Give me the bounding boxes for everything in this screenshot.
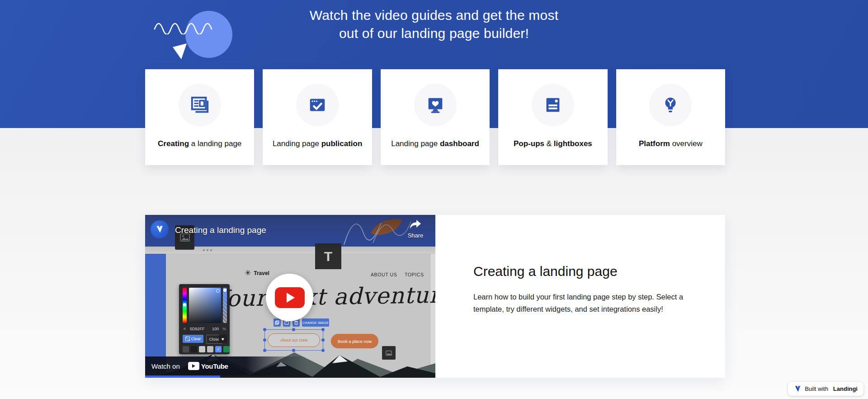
alpha-slider — [223, 288, 227, 323]
swatch — [199, 346, 205, 352]
newspaper-icon — [189, 95, 210, 115]
thumbnail-headline: Your next adventure — [213, 281, 435, 312]
video-section: T ✳ Travel ABOUT US TOPICS Your next adv… — [145, 215, 725, 378]
image-icon — [386, 351, 392, 356]
card-popups-lightboxes[interactable]: Pop-ups & lightboxes — [498, 69, 607, 165]
browser-check-icon — [307, 95, 328, 115]
thumbnail-nav-topics: TOPICS — [405, 272, 424, 277]
youtube-video-player[interactable]: T ✳ Travel ABOUT US TOPICS Your next adv… — [145, 215, 435, 378]
icon-circle — [649, 84, 692, 126]
swatch — [183, 346, 189, 352]
page-title: Watch the video guides and get the most … — [0, 6, 868, 43]
duplicate-icon — [274, 318, 281, 327]
player-progress-bar — [145, 375, 220, 378]
icon-circle — [532, 84, 574, 126]
popup-panel-icon — [542, 95, 563, 115]
page-title-line2: out of our landing page builder! — [0, 24, 868, 43]
card-label: Landing page publication — [273, 139, 362, 148]
share-button[interactable]: Share — [404, 219, 427, 239]
asterisk-logo-icon: ✳ — [245, 268, 251, 278]
swatch — [207, 346, 213, 352]
card-landing-page-publication[interactable]: Landing page publication — [263, 69, 372, 165]
heart-icon: ♥ — [219, 335, 227, 343]
icon-circle — [296, 84, 339, 126]
card-label: Platform overview — [639, 139, 703, 148]
color-hex-row: # 5D92FF 100 % — [179, 327, 230, 333]
swatch — [191, 346, 197, 352]
card-label: Pop-ups & lightboxes — [514, 139, 592, 148]
clear-icon — [185, 337, 190, 341]
thumbnail-nav-about-us: ABOUT US — [371, 272, 397, 277]
selection-handle — [263, 328, 266, 331]
monitor-heart-icon — [425, 95, 446, 115]
selection-handle — [292, 328, 295, 331]
built-with-landingi-badge[interactable]: Built with Landingi — [788, 382, 863, 396]
thumbnail-color-picker: # 5D92FF 100 % Clear Close ♥ ✓ — [179, 284, 230, 354]
image-widget-tile — [382, 346, 396, 360]
card-landing-page-dashboard[interactable]: Landing page dashboard — [381, 69, 490, 165]
guide-cards: Creating a landing page Landing page pub… — [145, 69, 725, 165]
hex-value: 5D92FF — [190, 327, 205, 331]
card-label: Creating a landing page — [158, 139, 241, 148]
play-button[interactable] — [266, 274, 313, 321]
clear-button: Clear — [183, 335, 203, 343]
icon-circle — [179, 84, 221, 126]
card-platform-overview[interactable]: Platform overview — [616, 69, 725, 165]
alpha-value: 100 — [212, 327, 219, 331]
video-title-link[interactable]: Creating a landing page — [175, 225, 266, 235]
section-description: Learn how to build your first landing pa… — [473, 279, 695, 315]
page-title-line1: Watch the video guides and get the most — [0, 6, 868, 24]
player-top-shade — [145, 215, 435, 256]
hue-slider — [183, 288, 187, 323]
icon-circle — [414, 84, 457, 126]
triangle-icon — [173, 43, 188, 61]
card-creating-landing-page[interactable]: Creating a landing page — [145, 69, 254, 165]
saturation-square — [189, 288, 221, 323]
landingi-logo-icon — [794, 385, 802, 393]
share-arrow-icon — [410, 219, 421, 229]
youtube-logo-icon: YouTube — [188, 362, 228, 370]
landingi-logo-icon — [155, 225, 164, 234]
youtube-play-icon — [275, 287, 305, 308]
page: Watch the video guides and get the most … — [0, 0, 868, 399]
squiggle-icon — [153, 19, 221, 34]
swatch-selected: ✓ — [215, 346, 222, 352]
card-label: Landing page dashboard — [391, 139, 479, 148]
color-swatches: ✓ — [183, 346, 230, 352]
selection-handle — [321, 328, 325, 331]
selection-handle — [263, 338, 266, 342]
lightbulb-icon — [660, 95, 681, 115]
picker-buttons: Clear Close ♥ — [179, 335, 230, 343]
change-image-button: CHANGE IMAGE — [302, 318, 329, 327]
section-heading: Creating a landing page — [473, 215, 717, 279]
thumbnail-travel-logo: ✳ Travel — [245, 268, 269, 278]
watch-on-youtube-link[interactable]: Watch on YouTube — [145, 356, 308, 375]
selection-handle — [321, 338, 325, 342]
video-details: Creating a landing page Learn how to bui… — [473, 215, 717, 315]
channel-avatar[interactable] — [151, 220, 169, 238]
swatch — [223, 346, 230, 352]
